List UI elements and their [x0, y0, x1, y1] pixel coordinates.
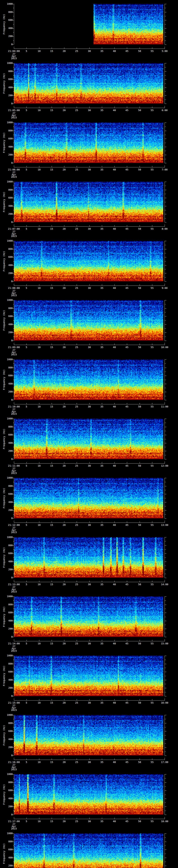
x-start-time-label: 21:12:00	[8, 524, 20, 526]
x-axis-tick	[114, 462, 115, 463]
y-tick-label: 1000	[5, 417, 13, 420]
x-tick-label: 20	[63, 50, 66, 52]
y-axis-right-tick	[165, 755, 166, 756]
x-axis-tick	[77, 48, 77, 49]
y-axis-tick	[13, 261, 14, 261]
x-axis-tick	[39, 106, 39, 108]
x-axis-tick	[26, 344, 27, 345]
y-axis-right-tick	[165, 186, 166, 186]
x-end-time-label: 14:00	[161, 583, 168, 586]
y-axis-right-tick	[165, 320, 166, 321]
x-axis-tick	[64, 640, 64, 641]
y-axis-tick	[12, 637, 14, 637]
y-axis-tick	[12, 384, 14, 384]
y-tick-label: 800	[5, 129, 13, 132]
x-axis-tick	[127, 225, 127, 226]
x-axis-tick	[77, 403, 77, 404]
y-axis-tick	[12, 518, 14, 519]
y-axis-tick	[13, 751, 14, 752]
x-axis-tick	[77, 581, 77, 582]
y-axis-right-tick	[165, 198, 166, 198]
x-axis-tick	[127, 640, 127, 641]
x-axis-tick	[52, 818, 52, 819]
x-axis-tick	[114, 403, 115, 404]
y-axis-right-tick	[165, 12, 166, 12]
x-axis-tick	[114, 758, 115, 760]
x-tick-label: 35	[100, 524, 103, 526]
y-axis-tick	[13, 143, 14, 143]
x-axis-tick	[39, 403, 39, 404]
x-tick-label: 45	[125, 761, 128, 763]
y-tick-label: 600	[5, 789, 13, 792]
y-axis-tick	[12, 281, 14, 282]
y-axis-tick	[13, 253, 14, 253]
x-tick-label: 35	[100, 642, 103, 645]
x-tick-label: 15	[50, 405, 53, 408]
y-tick-label: 1000	[5, 595, 13, 597]
x-tick-label: 35	[100, 346, 103, 348]
spectrogram-canvas	[14, 4, 163, 44]
y-axis-right-tick	[165, 253, 166, 253]
x-axis-tick	[102, 284, 102, 286]
x-tick-label: 5	[26, 50, 27, 52]
y-axis-tick	[13, 186, 14, 186]
x-axis-tick	[102, 758, 102, 760]
x-axis-tick	[165, 47, 165, 49]
y-axis-title: Frequency (Hz)	[3, 547, 5, 568]
y-axis-right-tick	[165, 680, 166, 680]
x-axis-tick	[102, 462, 102, 463]
x-start-time-label: 21:11:00	[8, 465, 20, 467]
x-axis-tick	[127, 758, 127, 760]
y-axis-tick	[13, 735, 14, 736]
y-tick-label: 1000	[5, 299, 13, 301]
x-tick-label: 5	[26, 820, 27, 823]
x-tick-label: 10	[38, 524, 41, 526]
y-axis-line	[14, 656, 14, 696]
x-axis-tick	[140, 344, 140, 345]
spectrogram-canvas	[14, 774, 163, 815]
y-axis-right-tick	[165, 396, 166, 396]
y-tick-label: 400	[5, 264, 13, 266]
y-axis-right-tick	[165, 241, 166, 241]
x-axis-tick	[64, 225, 64, 226]
y-axis-right-tick	[165, 214, 166, 214]
y-axis-right-tick	[165, 743, 166, 744]
y-tick-label: 600	[5, 78, 13, 81]
x-axis-tick	[39, 581, 39, 582]
x-axis-tick	[77, 284, 77, 286]
x-axis-tick	[102, 225, 102, 226]
y-tick-label: 0	[5, 221, 13, 223]
y-axis-tick	[13, 727, 14, 727]
y-tick-label: 800	[5, 544, 13, 547]
x-tick-label: 5	[26, 761, 27, 763]
y-tick-label: 400	[5, 323, 13, 326]
x-tick-label: 55	[151, 761, 154, 763]
x-axis-tick	[26, 106, 27, 108]
x-axis-tick	[152, 818, 152, 819]
x-tick-label: 40	[113, 109, 116, 112]
y-tick-label: 600	[5, 493, 13, 495]
spectrogram-canvas	[14, 656, 163, 696]
x-tick-label: 40	[113, 761, 116, 763]
y-axis-right-tick	[165, 372, 166, 372]
y-axis-line	[14, 123, 14, 163]
y-axis-right-tick	[165, 24, 166, 25]
x-start-time-label: 21:06:00	[8, 168, 20, 171]
x-axis-tick	[89, 403, 90, 404]
x-axis-tick	[64, 521, 64, 523]
y-axis-right-tick	[165, 269, 166, 270]
y-axis-tick	[13, 676, 14, 676]
y-tick-label: 200	[5, 391, 13, 393]
x-tick-label: 10	[38, 702, 41, 704]
y-tick-label: 800	[5, 603, 13, 606]
y-tick-label: 600	[5, 848, 13, 850]
x-tick-label: 10	[38, 761, 41, 763]
x-tick-label: 30	[88, 642, 91, 645]
spectrogram-canvas	[14, 241, 163, 281]
x-axis-tick	[152, 344, 152, 345]
y-tick-label: 1000	[5, 773, 13, 775]
x-tick-label: 10	[38, 168, 41, 171]
x-axis-tick	[152, 48, 152, 49]
y-axis-tick	[12, 502, 14, 502]
y-tick-label: 400	[5, 146, 13, 148]
